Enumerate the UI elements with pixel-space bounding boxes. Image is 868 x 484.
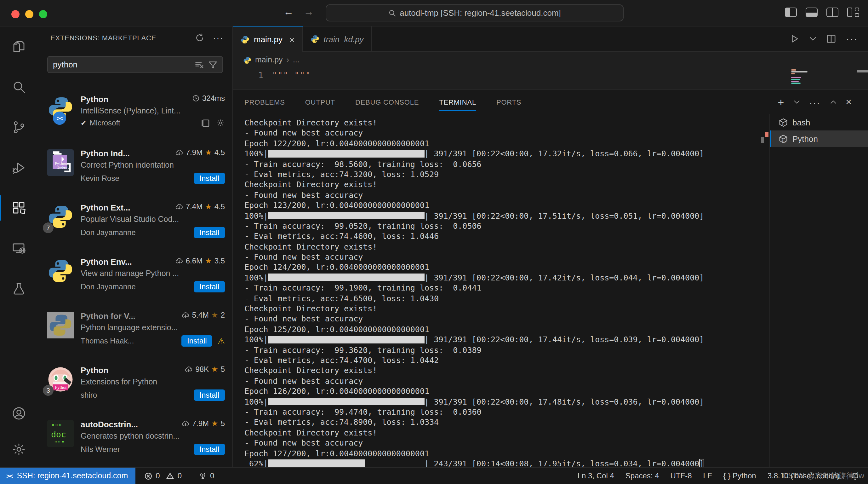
install-button[interactable]: Install	[194, 390, 225, 401]
extension-list-item[interactable]: 3 Python 98K	[38, 361, 232, 415]
run-python-file-icon[interactable]	[790, 34, 799, 43]
line-number: 1	[233, 70, 263, 80]
install-button[interactable]: Install	[194, 227, 225, 238]
extension-name: autoDocstrin...	[81, 420, 138, 429]
accounts-icon[interactable]	[0, 395, 38, 431]
problems-status[interactable]: 0 0	[144, 472, 182, 480]
install-button[interactable]: Install	[194, 281, 225, 293]
search-view-icon[interactable]	[0, 67, 38, 107]
activity-bar	[0, 27, 38, 467]
manage-gear-icon[interactable]	[216, 119, 225, 127]
breadcrumb-file[interactable]: main.py	[255, 56, 283, 64]
braces-icon: { }	[723, 472, 731, 480]
progress-bar	[268, 398, 424, 405]
editor-tab-strip: main.py × train_kd.py ×	[233, 27, 868, 52]
activation-time: 324ms	[192, 94, 225, 103]
remote-indicator[interactable]: >< SSH: region-41.seetacloud.com	[0, 467, 135, 484]
indentation[interactable]: Spaces: 4	[625, 472, 659, 480]
extensions-search-box[interactable]	[47, 56, 223, 73]
toggle-primary-sidebar-icon[interactable]	[785, 7, 797, 17]
editor-tab[interactable]: train_kd.py ×	[303, 27, 372, 52]
notifications-bell-icon[interactable]	[851, 472, 859, 480]
extensions-icon[interactable]	[0, 188, 38, 228]
more-actions-icon[interactable]: ···	[213, 32, 224, 42]
extension-list-item[interactable]: Python Ind... 7.9M ★	[38, 144, 232, 199]
testing-icon[interactable]	[0, 269, 38, 309]
install-button[interactable]: Install	[181, 335, 213, 346]
panel-tab-problems[interactable]: PROBLEMS	[244, 90, 285, 114]
terminal-output[interactable]: Checkpoint Directory exists!- Found new …	[244, 118, 767, 467]
terminal-name: Python	[793, 134, 818, 143]
download-count: 7.9M	[181, 419, 209, 428]
zoom-window-button[interactable]	[39, 10, 47, 18]
install-button[interactable]: Install	[194, 173, 225, 184]
toggle-panel-icon[interactable]	[806, 7, 817, 17]
editor-scrollbar[interactable]	[857, 70, 868, 72]
encoding[interactable]: UTF-8	[671, 472, 692, 480]
terminal-list-item[interactable]: bash	[770, 114, 868, 130]
extension-list-item[interactable]: autoDocstrin... 7.9M ★	[38, 415, 232, 467]
run-dropdown-chevron-icon[interactable]	[809, 36, 816, 41]
remote-explorer-icon[interactable]	[0, 228, 38, 269]
open-preview-icon[interactable]	[200, 119, 210, 127]
refresh-icon[interactable]	[195, 33, 204, 42]
run-and-debug-icon[interactable]	[0, 148, 38, 188]
extensions-list: >< Python 324ms	[38, 90, 232, 467]
ports-status[interactable]: 0	[198, 472, 214, 480]
download-count: 7.9M	[175, 148, 203, 157]
terminal-profile-chevron-icon[interactable]	[793, 100, 800, 104]
terminal-list: bash Python	[769, 114, 868, 467]
maximize-panel-icon[interactable]	[830, 100, 836, 104]
language-mode[interactable]: { } Python	[723, 472, 756, 480]
filter-icon[interactable]	[209, 60, 217, 69]
split-editor-icon[interactable]	[827, 34, 836, 43]
new-terminal-icon[interactable]: +	[778, 97, 784, 108]
install-button[interactable]: Install	[194, 444, 225, 455]
terminal-line: 100%|| 391/391 [00:22<00:00, 17.32it/s, …	[244, 149, 767, 159]
extension-list-item[interactable]: Python for V... 5.4M ★	[38, 307, 232, 361]
python-interpreter[interactable]: 3.8.10 ('base': conda)	[768, 472, 840, 480]
terminal-list-item[interactable]: Python	[770, 130, 868, 147]
editor-more-actions-icon[interactable]: ···	[846, 33, 858, 44]
cursor-position[interactable]: Ln 3, Col 4	[578, 472, 614, 480]
forward-icon[interactable]: →	[304, 6, 314, 18]
terminal-line: - Found new best accuracy	[244, 438, 767, 448]
breadcrumb[interactable]: main.py › ...	[233, 52, 868, 68]
eol-sequence[interactable]: LF	[703, 472, 712, 480]
extensions-search-input[interactable]	[53, 60, 195, 69]
panel-tab-output[interactable]: OUTPUT	[305, 90, 335, 114]
breadcrumb-symbol[interactable]: ...	[293, 56, 300, 64]
back-icon[interactable]: ←	[283, 6, 293, 18]
panel-more-actions-icon[interactable]: ···	[809, 97, 820, 108]
close-window-button[interactable]	[11, 10, 20, 18]
panel-tab-debug-console[interactable]: DEBUG CONSOLE	[355, 90, 419, 114]
terminal-line: - Eval metrics, acc:74.4600, loss: 1.044…	[244, 232, 767, 242]
panel-tab-ports[interactable]: PORTS	[496, 90, 521, 114]
warning-icon	[166, 472, 175, 480]
cloud-download-icon	[181, 311, 190, 319]
progress-bar	[268, 274, 424, 281]
customize-layout-icon[interactable]	[847, 7, 859, 17]
extension-list-item[interactable]: >< Python 324ms	[38, 90, 232, 144]
sidebar-title: EXTENSIONS: MARKETPLACE	[51, 34, 186, 41]
rating-value: 4.5	[215, 202, 225, 211]
extension-list-item[interactable]: Python Env... 6.6M ★	[38, 253, 232, 307]
settings-gear-icon[interactable]	[0, 431, 38, 467]
panel-tab-terminal[interactable]: TERMINAL	[439, 90, 476, 114]
extension-logo-icon	[47, 149, 74, 176]
clear-search-icon[interactable]	[195, 60, 204, 69]
error-count: 0	[156, 472, 160, 480]
explorer-icon[interactable]	[0, 27, 38, 67]
extension-list-item[interactable]: 7 Python Ext... 7.4M	[38, 199, 232, 253]
code-editor[interactable]: 1 """ """	[233, 68, 868, 90]
editor-tab[interactable]: main.py ×	[233, 27, 303, 52]
command-center[interactable]: autodl-tmp [SSH: region-41.seetacloud.co…	[326, 4, 624, 22]
minimize-window-button[interactable]	[25, 10, 33, 18]
close-tab-icon[interactable]: ×	[289, 34, 294, 44]
split-editor-layout-icon[interactable]	[827, 7, 838, 17]
extension-logo-icon	[47, 258, 74, 284]
source-control-icon[interactable]	[0, 107, 38, 148]
minimap[interactable]	[791, 69, 812, 85]
close-panel-icon[interactable]: ×	[846, 96, 851, 108]
star-icon: ★	[211, 419, 218, 428]
